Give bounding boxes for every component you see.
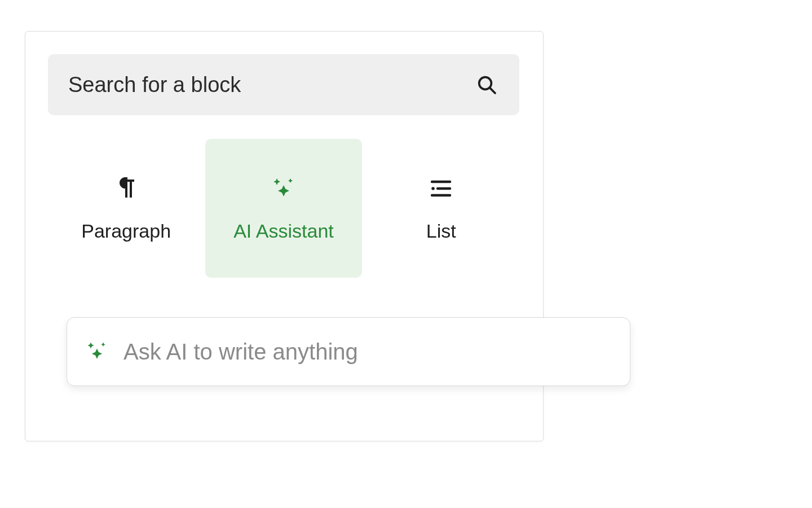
search-bar[interactable] [48,54,519,115]
svg-point-3 [432,187,435,190]
ai-prompt-bar[interactable] [67,317,630,386]
ai-prompt-input[interactable] [122,339,613,365]
block-item-label: List [426,220,456,242]
list-icon [427,175,454,202]
svg-point-0 [479,77,492,90]
block-item-label: Paragraph [81,220,171,242]
block-item-paragraph[interactable]: Paragraph [48,139,204,278]
search-input[interactable] [67,72,473,98]
block-item-label: AI Assistant [233,220,334,242]
search-icon [473,71,500,98]
sparkles-icon [84,339,110,365]
sparkles-icon [270,175,297,202]
block-grid: Paragraph AI Assistant Li [48,139,519,278]
block-item-list[interactable]: List [363,139,519,278]
svg-line-1 [491,89,495,93]
paragraph-icon [113,175,140,202]
block-item-ai-assistant[interactable]: AI Assistant [205,139,361,278]
